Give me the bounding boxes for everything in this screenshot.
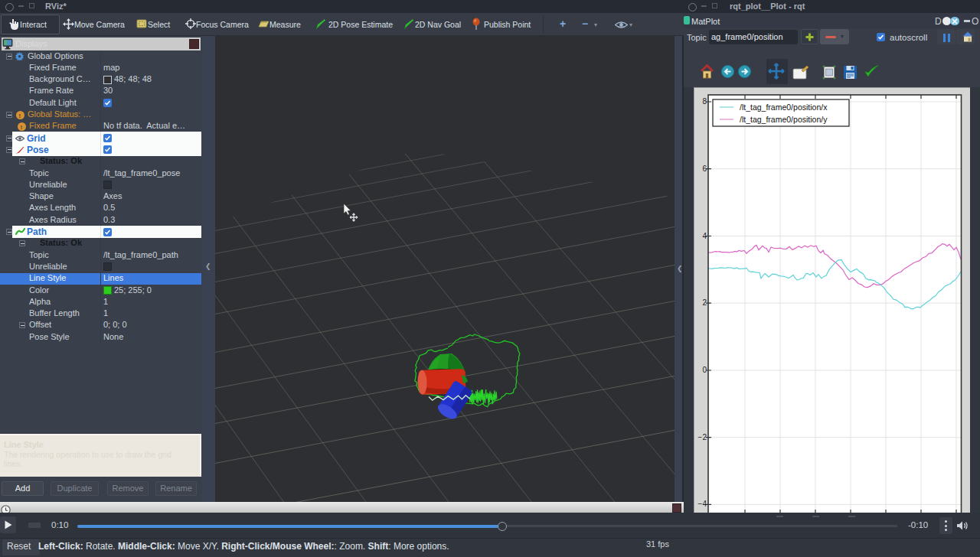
svg-text:/lt_tag_frame0/position/y: /lt_tag_frame0/position/y [740,115,828,124]
svg-text:/lt_tag_frame0/position/x: /lt_tag_frame0/position/x [740,103,828,112]
